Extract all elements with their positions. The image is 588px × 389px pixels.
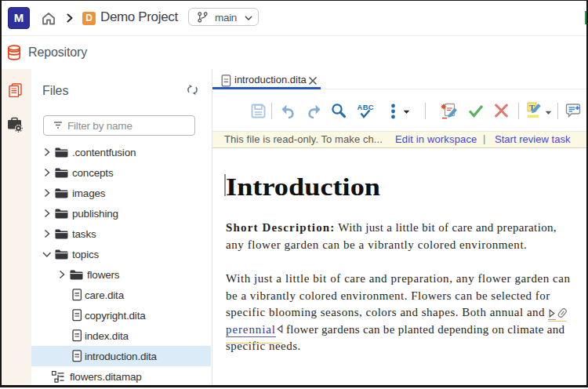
- svg-text:ABC: ABC: [358, 103, 374, 111]
